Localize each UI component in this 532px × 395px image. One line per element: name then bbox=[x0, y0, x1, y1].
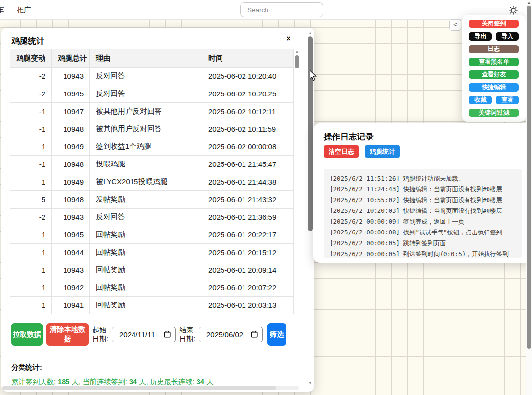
quick-edit-button[interactable]: 快捷编辑 bbox=[469, 83, 519, 92]
table-row: 110942回帖奖励2025-06-01 20:07:22 bbox=[10, 279, 294, 297]
cell-total: 10945 bbox=[52, 226, 90, 244]
cell-total: 10948 bbox=[52, 120, 90, 138]
cell-reason: 被其他用户反对回答 bbox=[90, 120, 202, 138]
log-entry: [2025/6/2 00:00:08] 找到"试试手气"按钮，点击执行签到 bbox=[330, 227, 516, 238]
nav-item-che[interactable]: 车 bbox=[0, 5, 4, 15]
cell-time: 2025-06-01 20:09:14 bbox=[202, 261, 294, 279]
page: 车 推广 鸡腿统计 × bbox=[0, 0, 532, 395]
stats-table-body: -210943反对回答2025-06-02 10:20:40-210945反对回… bbox=[10, 68, 294, 314]
page-scroll-up-icon[interactable]: ▲ bbox=[526, 0, 532, 5]
close-icon[interactable]: × bbox=[283, 33, 294, 44]
filter-button[interactable]: 筛选 bbox=[267, 323, 286, 346]
log-entry: [2025/6/2 00:00:09] 签到完成，返回上一页 bbox=[330, 216, 516, 227]
cell-total: 10948 bbox=[52, 156, 90, 173]
cell-change: 1 bbox=[10, 297, 52, 314]
cell-reason: 签到收益1个鸡腿 bbox=[90, 138, 202, 156]
log-button[interactable]: 日志 bbox=[469, 45, 519, 53]
search-input[interactable] bbox=[247, 6, 334, 14]
log-entry: [2025/6/2 10:20:03] 快捷编辑：当前页面没有找到#0楼层 bbox=[330, 206, 516, 216]
favorite-button[interactable]: 收藏 bbox=[469, 96, 492, 104]
top-bar: 车 推广 bbox=[0, 0, 532, 20]
page-scrollbar[interactable]: ▲ bbox=[526, 0, 532, 395]
log-entry: [2025/6/2 10:55:02] 快捷编辑：当前页面没有找到#0楼层 bbox=[330, 195, 516, 206]
cell-total: 10943 bbox=[52, 261, 90, 279]
import-button[interactable]: 导入 bbox=[496, 32, 519, 41]
cell-time: 2025-06-01 21:45:47 bbox=[202, 156, 294, 173]
stats-panel-scrollbar-thumb[interactable] bbox=[308, 36, 313, 231]
table-row: -110948投喂鸡腿2025-06-01 21:45:47 bbox=[10, 156, 294, 173]
cell-reason: 被LYCX2015投喂鸡腿 bbox=[90, 173, 202, 191]
mouse-cursor bbox=[310, 70, 318, 82]
cell-change: -1 bbox=[10, 103, 52, 120]
cell-reason: 反对回答 bbox=[90, 209, 202, 226]
longest-streak-days: 34 bbox=[197, 378, 204, 386]
cell-time: 2025-06-01 21:36:59 bbox=[202, 209, 294, 226]
cell-time: 2025-06-01 21:44:38 bbox=[202, 173, 294, 191]
pull-data-button[interactable]: 拉取数据 bbox=[11, 323, 43, 346]
view-button[interactable]: 查看 bbox=[496, 96, 519, 104]
cell-change: 1 bbox=[10, 138, 52, 156]
view-friends-button[interactable]: 查看好友 bbox=[469, 70, 519, 79]
calendar-icon[interactable] bbox=[164, 331, 171, 338]
calendar-icon[interactable] bbox=[251, 331, 258, 338]
cell-change: -2 bbox=[10, 68, 52, 85]
category-stats-title: 分类统计: bbox=[11, 363, 42, 372]
search-box[interactable] bbox=[240, 2, 323, 17]
cell-total: 10942 bbox=[52, 279, 90, 297]
chicken-leg-stats-panel: 鸡腿统计 × 鸡腿变动 鸡腿总计 理由 时间 -210943反对回答2025-0… bbox=[1, 28, 314, 392]
view-blacklist-button[interactable]: 查看黑名单 bbox=[469, 58, 519, 66]
end-date-input[interactable]: 2025/06/02 bbox=[199, 327, 263, 342]
cell-change: 1 bbox=[10, 226, 52, 244]
table-row: -210943反对回答2025-06-01 21:36:59 bbox=[10, 209, 294, 226]
header-time: 时间 bbox=[202, 49, 294, 68]
table-row: 110949签到收益1个鸡腿2025-06-02 00:00:08 bbox=[10, 138, 294, 156]
cell-change: 1 bbox=[10, 279, 52, 297]
table-scroll-up-icon[interactable]: ▲ bbox=[294, 49, 300, 54]
log-entry: [2025/6/2 11:51:26] 鸡腿统计功能未加载。 bbox=[330, 173, 516, 184]
cell-reason: 回帖奖励 bbox=[90, 279, 202, 297]
operation-log-panel: 操作日志记录 清空日志 鸡腿统计 [2025/6/2 11:51:26] 鸡腿统… bbox=[313, 123, 532, 263]
cell-reason: 发帖奖励 bbox=[90, 191, 202, 209]
table-row: 110943回帖奖励2025-06-01 20:09:14 bbox=[10, 261, 294, 279]
scroll-up-icon[interactable]: ▲ bbox=[307, 30, 314, 35]
cell-total: 10949 bbox=[52, 138, 90, 156]
stats-table-zone: 鸡腿变动 鸡腿总计 理由 时间 -210943反对回答2025-06-02 10… bbox=[10, 49, 299, 314]
cell-total: 10948 bbox=[52, 191, 90, 209]
cell-reason: 反对回答 bbox=[90, 85, 202, 103]
log-panel-title: 操作日志记录 bbox=[324, 131, 374, 142]
page-scrollbar-thumb[interactable] bbox=[527, 6, 531, 349]
clear-log-button[interactable]: 清空日志 bbox=[324, 145, 359, 158]
table-row: 110941回帖奖励2025-06-01 20:03:13 bbox=[10, 297, 294, 314]
scroll-down-icon[interactable]: ▼ bbox=[307, 381, 314, 386]
signin-summary: 累计签到天数: 185 天, 当前连续签到: 34 天, 历史最长连续: 34 … bbox=[11, 377, 213, 387]
table-scrollbar[interactable]: ▲ bbox=[294, 49, 300, 320]
table-row: -110948被其他用户反对回答2025-06-02 10:11:59 bbox=[10, 120, 294, 138]
stats-panel-scrollbar[interactable]: ▲ ▼ bbox=[307, 29, 314, 387]
horizontal-scrollbar-thumb[interactable] bbox=[2, 386, 276, 390]
cell-total: 10943 bbox=[52, 68, 90, 85]
cell-time: 2025-06-01 20:15:12 bbox=[202, 244, 294, 261]
log-entry: [2025/6/2 00:00:05] 跳转到签到页面 bbox=[330, 238, 516, 249]
cell-time: 2025-06-02 00:00:08 bbox=[202, 138, 294, 156]
cell-change: -2 bbox=[10, 209, 52, 226]
cell-time: 2025-06-02 10:12:11 bbox=[202, 103, 294, 120]
nav-item-promo[interactable]: 推广 bbox=[17, 5, 31, 15]
cell-reason: 回帖奖励 bbox=[90, 261, 202, 279]
clear-local-data-button[interactable]: 清除本地数据 bbox=[46, 323, 89, 346]
export-button[interactable]: 导出 bbox=[469, 32, 492, 41]
cell-total: 10944 bbox=[52, 244, 90, 261]
cell-change: -1 bbox=[10, 156, 52, 173]
end-date-value: 2025/06/02 bbox=[206, 330, 243, 339]
chicken-stats-button[interactable]: 鸡腿统计 bbox=[365, 145, 400, 158]
stats-table: 鸡腿变动 鸡腿总计 理由 时间 -210943反对回答2025-06-02 10… bbox=[10, 49, 294, 314]
total-signin-days: 185 bbox=[58, 378, 69, 386]
stats-panel-horizontal-scrollbar[interactable] bbox=[2, 386, 299, 390]
collapse-sidebar-button[interactable]: < bbox=[449, 19, 461, 31]
start-date-input[interactable]: 2024/11/11 bbox=[112, 327, 176, 342]
log-entry: [2025/6/2 00:00:05] 到达签到时间(0:0:5)，开始执行签到 bbox=[330, 249, 516, 258]
close-signin-button[interactable]: 关闭签到 bbox=[469, 20, 519, 28]
settings-gear-icon[interactable] bbox=[508, 4, 519, 16]
table-scrollbar-thumb[interactable] bbox=[295, 55, 299, 68]
cell-time: 2025-06-01 20:22:17 bbox=[202, 226, 294, 244]
keyword-filter-button[interactable]: 关键词过滤 bbox=[469, 109, 519, 117]
